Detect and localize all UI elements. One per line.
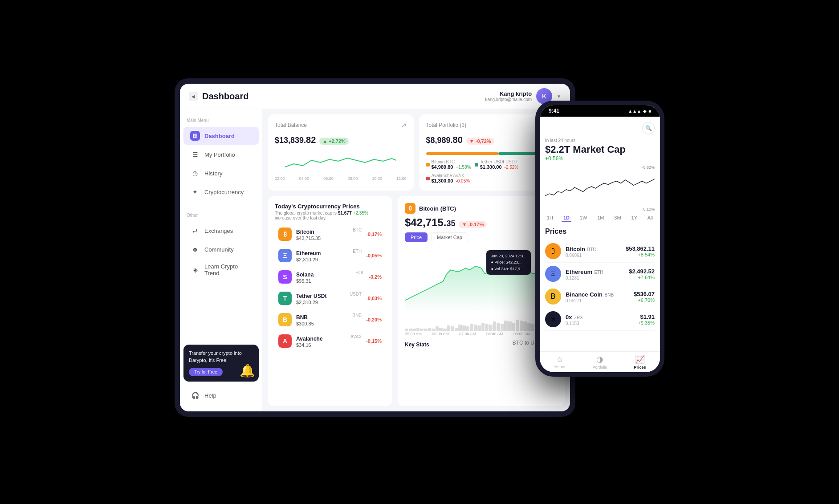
phone-zrx-icon: ✕ [545,311,561,327]
wifi-icon: ◆ [643,109,647,114]
crypto-row-ethereum[interactable]: Ξ EthereumETH $2,310.29 -0,05% [275,246,385,265]
bnb-change: -0,20% [366,317,382,322]
phone-coin-bitcoin[interactable]: ₿ Bitcoin BTC 0.06061 $53,862.11 +8.54% [545,240,655,263]
phone-ethereum-icon: Ξ [545,266,561,282]
phone-nav-prices[interactable]: 📈 Prices [620,354,660,370]
phone-content: 🔍 In last 24 hours $2.2T Market Cap +0.5… [540,117,660,351]
prices-title: Prices [545,228,655,236]
bitcoin-change: -0,17% [366,232,382,237]
solana-icon: S [278,270,292,284]
phone-coin-ethereum[interactable]: Ξ Ethereum ETH 0.1281 $2,492.52 +7.64% [545,263,655,285]
phone-bnb-icon: B [545,289,561,305]
phone-nav-home[interactable]: ⌂ Home [540,354,580,370]
nav-prices-label: Prices [634,365,646,370]
coin-info: Bitcoin BTC $4,989.80 +1.59% [432,159,471,170]
balance-chart-labels: 02:0004:0006:0008:0010:0012:00 [275,176,407,181]
crypto-prices-subtitle: The global crypto market cap is $1.67T +… [275,211,385,220]
sidebar-item-cryptocurrency[interactable]: ✦ Cryptocurrency [183,183,259,201]
coin-bitcoin: Bitcoin BTC $4,989.80 +1.59% [426,159,471,170]
sidebar-item-help[interactable]: 🎧 Help [183,386,259,404]
crypto-details: BNBBNB $300.85 [296,313,362,326]
btc-tabs: Price Market Cap [405,232,558,242]
crypto-row-solana[interactable]: S SolanaSOL $95.31 -0,2% [275,268,385,286]
market-cap-label: In last 24 hours [545,138,655,143]
sidebar-item-dashboard[interactable]: ⊞ Dashboard [183,127,259,145]
tab-1h[interactable]: 1H [545,214,555,222]
crypto-row-avax[interactable]: A AvalancheAVAX $34.16 -0,15% [275,332,385,350]
crypto-row-bnb[interactable]: B BNBBNB $300.85 -0,20% [275,310,385,329]
crypto-icon: ✦ [190,187,200,197]
chevron-down-icon: ▼ [557,94,561,99]
phone-coin-details: Binance Coin BNB 0.05271 [566,290,629,303]
key-stats-button[interactable]: Key Stats [405,341,429,348]
search-button[interactable]: 🔍 [642,122,655,134]
btc-icon: ₿ [405,203,415,214]
btc-chart: Jan 23, 2024 12:3... ● Price: $42,23... … [405,246,558,336]
sidebar-item-portfolio[interactable]: ☰ My Portfolio [183,146,259,163]
phone-zrx-price: $1.91 +9.35% [638,313,655,325]
avax-dot [426,177,430,180]
crypto-prices-card: Today's Cryptocurrency Prices The global… [268,196,392,406]
phone-coin-binance[interactable]: B Binance Coin BNB 0.05271 $536.07 +6.70… [545,285,655,308]
phone-bnb-price: $536.07 +6.70% [634,291,655,303]
phone-status-bar: 9:41 ▲▲▲ ◆ ■ [540,105,660,117]
phone-search-row: 🔍 [545,122,655,134]
crypto-row-bitcoin[interactable]: ₿ BitcoinBTC $42,715.35 -0,17% [275,225,385,244]
sidebar-item-label: Exchanges [204,228,233,234]
history-icon: ◷ [190,168,200,178]
promo-button[interactable]: Try for Free [189,368,223,376]
tab-3m[interactable]: 3M [612,214,623,222]
tab-1m[interactable]: 1M [595,214,606,222]
help-icon: 🎧 [190,390,200,400]
sidebar-item-label: Cryptocurrency [204,189,244,195]
crypto-details: SolanaSOL $95.31 [296,270,364,284]
crypto-details: BitcoinBTC $42,715.35 [296,228,362,241]
home-icon: ⌂ [558,354,562,364]
portfolio-main: $8,989. [426,136,453,145]
phone-bitcoin-icon: ₿ [545,243,561,259]
coin-avalanche: Avalanche AVAX $1,300.00 -0.05% [426,173,470,183]
btc-title: Bitcoin (BTC) [419,205,456,212]
sidebar-item-history[interactable]: ◷ History [183,164,259,182]
sidebar-item-learn[interactable]: ◈ Learn Crypto Trend [183,259,259,280]
sidebar-item-label: Community [204,246,234,253]
ethereum-change: -0,05% [366,253,382,258]
sidebar-item-label: Dashboard [204,133,235,139]
crypto-details: EthereumETH $2,310.29 [296,249,362,262]
collapse-button[interactable]: ◀ [189,92,198,101]
nav-portfolio-label: Portfolio [592,365,607,370]
coin-info: Tether USDt USDT $1,300.00 -2.52% [480,159,519,170]
phone-coin-zrx[interactable]: ✕ 0x ZRX 0.1153 $1.91 +9.35% [545,308,655,331]
user-name: Kang kripto [485,90,532,97]
bitcoin-dot [426,163,430,167]
crypto-prices-title: Today's Cryptocurrency Prices [275,203,385,210]
coin-tether: Tether USDt USDT $1,300.00 -2.52% [475,159,519,170]
nav-home-label: Home [554,365,565,369]
tablet: ◀ Dashboard Kang kripto kang.kripto@mail… [175,78,575,417]
user-details: Kang kripto kang.kripto@maile.com [485,90,532,102]
tab-marketcap[interactable]: Market Cap [431,232,468,242]
btc-price: $42,715.35 [405,216,455,229]
tab-1w[interactable]: 1W [578,214,589,222]
sidebar-item-community[interactable]: ☻ Community [183,240,259,258]
sidebar-item-exchanges[interactable]: ⇄ Exchanges [183,222,259,240]
sidebar: Main Menu ⊞ Dashboard ☰ My Portfolio ◷ H… [180,109,262,411]
btc-time-labels: 05:00 AM06:00 AM07:00 AM08:00 AM09:00 AM… [405,332,558,336]
chart-top-label: +0.62% [545,165,655,170]
expand-icon[interactable]: ↗ [401,122,407,129]
tab-all[interactable]: All [646,214,655,222]
tether-dot [475,163,478,167]
tab-1y[interactable]: 1Y [629,214,639,222]
balance-card-header: Total Balance ↗ [275,122,407,129]
tablet-header: ◀ Dashboard Kang kripto kang.kripto@mail… [180,84,570,109]
crypto-row-tether[interactable]: T Tether USDtUSDT $2,310.29 -0,03% [275,289,385,308]
avax-icon: A [278,334,292,348]
tablet-inner: ◀ Dashboard Kang kripto kang.kripto@mail… [180,84,570,411]
tab-price[interactable]: Price [405,232,428,242]
phone-nav-portfolio[interactable]: ◑ Portfolio [580,354,620,370]
portfolio-icon: ☰ [190,150,200,159]
phone-time: 9:41 [549,108,559,114]
sidebar-item-label: My Portfolio [204,151,235,158]
tab-1d[interactable]: 1D [562,214,571,222]
prices-nav-icon: 📈 [635,354,645,364]
